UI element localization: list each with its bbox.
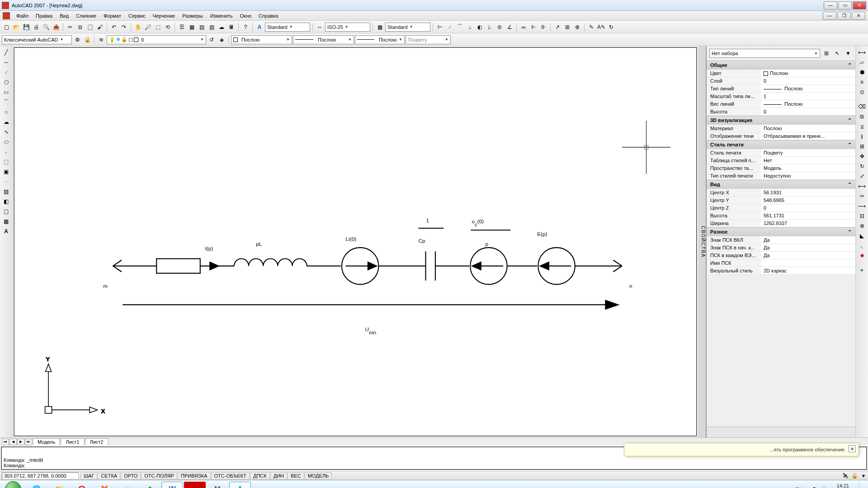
rectangle-icon[interactable]: ▭ [2, 88, 11, 97]
dc-icon[interactable]: ▦ [187, 23, 196, 32]
lock-icon[interactable]: 🔒 [850, 471, 859, 480]
copy-icon[interactable]: ⧉ [75, 23, 85, 32]
join-icon[interactable]: ⊕ [858, 221, 867, 230]
status-toggle-отс-поляр[interactable]: ОТС-ПОЛЯР [141, 472, 177, 479]
tab-last-button[interactable]: ⏭ [25, 439, 32, 445]
property-value[interactable]: Послою [761, 100, 855, 108]
dim-jog-icon[interactable]: ⟀ [485, 23, 494, 32]
task-ie-icon[interactable]: 🌐 [26, 482, 47, 488]
pickadd-icon[interactable]: ⊞ [822, 49, 831, 58]
array-icon[interactable]: ⊞ [858, 142, 867, 151]
layer-dropdown[interactable]: 💡❄🔓▢ 0▼ [107, 35, 206, 44]
status-toggle-модель[interactable]: МОДЕЛЬ [305, 472, 332, 479]
balloon-close-button[interactable]: ✕ [849, 445, 856, 452]
extend-icon[interactable]: ⟶ [858, 202, 867, 211]
pline-icon[interactable]: ⟋ [2, 68, 11, 77]
property-value[interactable]: Да [761, 252, 855, 259]
property-row[interactable]: Ширина1262.8107 [707, 220, 855, 227]
block-icon[interactable]: ▣ [2, 167, 11, 176]
property-value[interactable]: Нет [761, 157, 855, 164]
task-autocad-icon[interactable]: A [229, 482, 251, 488]
property-value[interactable]: Да [761, 236, 855, 244]
dimstyle-dropdown[interactable]: ISO-25▼ [325, 23, 370, 32]
textstyle-dropdown[interactable]: Standard▼ [265, 23, 310, 32]
prop-cat-general[interactable]: Общие⌃ [707, 61, 855, 70]
task-pdf-icon[interactable]: PDF [184, 482, 206, 488]
menu-draw[interactable]: Черчение [149, 12, 179, 19]
status-toggle-дпск[interactable]: ДПСК [250, 472, 270, 479]
task-firefox-icon[interactable]: 🦊 [94, 482, 115, 488]
menu-help[interactable]: Справка [255, 12, 282, 19]
ellipse-icon[interactable]: ⬭ [2, 137, 11, 146]
erase-icon[interactable]: ⌫ [858, 102, 867, 111]
dim-quick-icon[interactable]: ⫘ [519, 23, 528, 32]
tab-layout2[interactable]: Лист2 [85, 438, 108, 446]
tab-model[interactable]: Модель [33, 438, 60, 446]
trim-icon[interactable]: ✂ [858, 192, 867, 201]
copy-obj-icon[interactable]: ⧉ [858, 112, 867, 121]
menu-modify[interactable]: Изменить [207, 12, 236, 19]
property-value[interactable]: Недоступно [761, 172, 855, 179]
property-value[interactable]: Поцвету [761, 149, 855, 156]
property-row[interactable]: ЦветПослою [707, 70, 855, 77]
menu-service[interactable]: Сервис [125, 12, 149, 19]
tab-next-button[interactable]: ▶ [17, 439, 24, 445]
comm-center-icon[interactable]: 🛰 [841, 471, 850, 480]
property-row[interactable]: Вес линийПослою [707, 100, 855, 108]
insert-icon[interactable]: ⬚ [2, 157, 11, 166]
properties-icon[interactable]: ☰ [177, 23, 186, 32]
menu-file[interactable]: Файл [13, 12, 32, 19]
scale-icon[interactable]: ⤢ [858, 172, 867, 181]
zoom-prev-icon[interactable]: ⟲ [163, 23, 172, 32]
layer-state-icon[interactable]: ◈ [217, 35, 226, 44]
qselect-icon[interactable]: ▼ [844, 49, 853, 58]
dim-cont-icon[interactable]: ⊪ [539, 23, 548, 32]
qcalc-icon[interactable]: 🖩 [227, 23, 236, 32]
property-value[interactable]: 561.1731 [761, 212, 855, 219]
arc-icon[interactable]: ⌒ [2, 98, 11, 107]
property-row[interactable]: Высота561.1731 [707, 212, 855, 220]
status-toggle-привязка[interactable]: ПРИВЯЗКА [178, 472, 210, 479]
spline-icon[interactable]: ∿ [2, 127, 11, 136]
explode-icon[interactable]: ✸ [858, 251, 867, 260]
property-row[interactable]: Масштаб типа ли...1 [707, 93, 855, 100]
mdi-close-button[interactable]: ✕ [852, 12, 865, 20]
help-icon[interactable]: ? [241, 23, 250, 32]
dim-dia-icon[interactable]: ⊘ [495, 23, 504, 32]
property-value[interactable]: Да [761, 244, 855, 251]
dim-center-icon[interactable]: ⊕ [573, 23, 582, 32]
hatch-icon[interactable]: ▨ [2, 187, 11, 196]
tray-volume-icon[interactable]: 🔊 [821, 486, 827, 488]
property-row[interactable]: Знак ПСК ВКЛДа [707, 236, 855, 244]
property-value[interactable]: 1 [761, 93, 855, 100]
select-icon[interactable]: ↖ [833, 49, 842, 58]
tab-layout1[interactable]: Лист1 [61, 438, 84, 446]
status-toggle-отс-объект[interactable]: ОТС-ОБЪЕКТ [211, 472, 250, 479]
property-value[interactable] [761, 259, 855, 267]
menu-merge[interactable]: Слияние [72, 12, 100, 19]
dim-base-icon[interactable]: ⊩ [529, 23, 538, 32]
task-word-icon[interactable]: W [161, 482, 183, 488]
property-row[interactable]: Визуальный стиль2D каркас [707, 267, 855, 275]
lineweight-dropdown[interactable]: Послою▼ [355, 35, 405, 44]
drawing-canvas[interactable]: m n I(p) pL Li(0) 1 Cp uc(0) p E(p) Umn … [14, 47, 697, 436]
maximize-button[interactable]: ▭ [838, 1, 852, 9]
area-icon[interactable]: ▱ [858, 58, 867, 67]
app-menu-icon[interactable] [3, 12, 10, 19]
workspace-dropdown[interactable]: Классический AutoCAD▼ [2, 35, 72, 44]
property-value[interactable]: Послою [761, 125, 855, 132]
coordinate-display[interactable]: 303.0712, 687.2788, 0.0000 [2, 472, 79, 479]
property-value[interactable]: 1262.8107 [761, 220, 855, 227]
task-explorer-icon[interactable]: 📁 [48, 482, 70, 488]
mirror-icon[interactable]: ⧖ [858, 122, 867, 131]
property-row[interactable]: Знак ПСК в нач. к...Да [707, 244, 855, 252]
show-desktop-button[interactable] [859, 482, 863, 488]
task-utorrent-icon[interactable]: µ [116, 482, 138, 488]
zoom-win-icon[interactable]: ⬚ [153, 23, 162, 32]
prop-cat-misc[interactable]: Разное⌃ [707, 227, 855, 236]
property-value[interactable]: Модель [761, 164, 855, 172]
property-row[interactable]: Центр Y548.6965 [707, 197, 855, 204]
tray-lang[interactable]: RU [795, 487, 802, 488]
plotstyle-dropdown[interactable]: Поцвету▼ [406, 35, 451, 44]
move-icon[interactable]: ✥ [858, 152, 867, 161]
